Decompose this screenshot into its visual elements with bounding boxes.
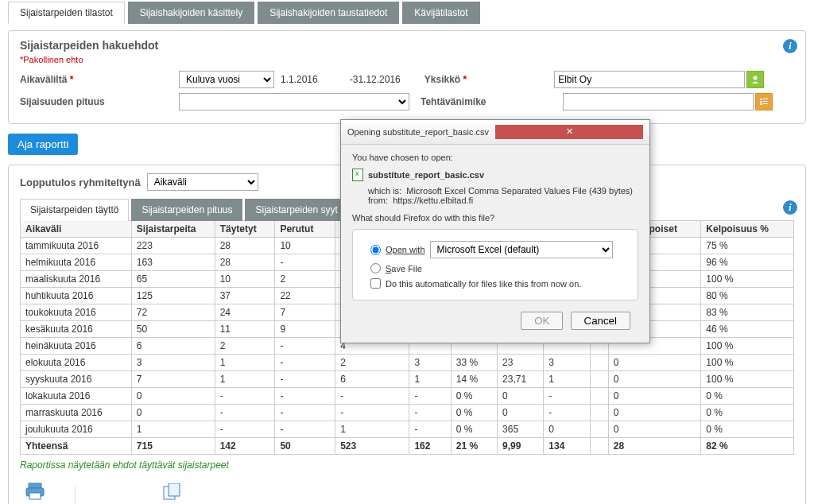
svg-rect-1	[760, 99, 762, 100]
tab-handling[interactable]: Sijaishakijoiden käsittely	[128, 2, 254, 24]
svg-rect-5	[760, 103, 762, 105]
search-title: Sijaistarpeiden hakuehdot	[20, 39, 794, 52]
table-header: Täytetyt	[215, 221, 275, 238]
range-select[interactable]: Kuluva vuosi	[179, 71, 274, 88]
open-with-radio[interactable]	[370, 245, 381, 255]
copy-icon	[99, 483, 246, 505]
save-file-radio[interactable]	[370, 263, 381, 273]
filename: substitute_report_basic.csv	[368, 170, 484, 180]
table-row: lokakuuta 20160----0 %0-00 %	[21, 388, 794, 405]
printer-icon	[20, 482, 51, 504]
info-icon[interactable]: i	[783, 200, 797, 215]
action-bar: Tulosta Kopioi taulukkolaskenta ohjelmaa…	[20, 475, 794, 504]
range-to: -31.12.2016	[350, 74, 401, 85]
print-button[interactable]: Tulosta	[20, 482, 51, 504]
svg-rect-6	[763, 103, 768, 104]
jobtitle-picker-icon[interactable]	[755, 93, 773, 110]
copy-spreadsheet-button[interactable]: Kopioi taulukkolaskenta ohjelmaan	[99, 483, 246, 505]
dialog-titlebar: Opening substitute_report_basic.csv ✕	[341, 120, 649, 145]
save-file-label: Save File	[386, 264, 422, 273]
inner-tab-length[interactable]: Sijaistarpeiden pituus	[131, 199, 242, 221]
auto-checkbox[interactable]	[370, 278, 381, 289]
table-header: Sijaistarpeita	[131, 221, 215, 238]
table-row: marraskuuta 20160----0 %0-00 %	[21, 405, 794, 421]
range-from: 1.1.2016	[281, 74, 318, 85]
group-select[interactable]: Aikaväli	[147, 173, 258, 191]
length-select[interactable]	[179, 93, 409, 110]
svg-rect-9	[29, 493, 41, 499]
inner-tab-reasons[interactable]: Sijaistarpeiden syyt	[245, 199, 347, 221]
close-icon[interactable]: ✕	[495, 125, 643, 139]
which-label: which is:	[368, 186, 401, 196]
top-tabs: Sijaistarpeiden tilastot Sijaishakijoide…	[0, 0, 814, 24]
svg-rect-4	[763, 101, 768, 102]
range-label: Aikaväliltä *	[20, 74, 179, 85]
svg-rect-3	[760, 101, 762, 103]
inner-tab-fill[interactable]: Sijaistarpeiden täyttö	[20, 199, 129, 221]
chosen-text: You have chosen to open:	[352, 153, 638, 162]
divider	[75, 486, 76, 504]
info-icon[interactable]: i	[783, 39, 797, 53]
download-dialog: Opening substitute_report_basic.csv ✕ Yo…	[340, 119, 650, 343]
table-header: Perutut	[275, 221, 335, 238]
table-header: Aikaväli	[21, 221, 132, 238]
table-row: syyskuuta 201671-6114 %23,7110100 %	[21, 371, 794, 388]
unit-input[interactable]	[554, 71, 745, 88]
cancel-button[interactable]: Cancel	[571, 312, 631, 330]
tab-visitors[interactable]: Kävijätilastot	[402, 2, 479, 24]
table-row: elokuuta 201631-2333 %2330100 %	[21, 355, 794, 371]
group-label: Lopputulos ryhmiteltynä	[20, 176, 141, 188]
svg-rect-7	[29, 483, 41, 488]
required-note: *Pakollinen ehto	[20, 55, 794, 64]
svg-rect-2	[763, 99, 768, 99]
unit-label: Yksikkö *	[424, 74, 467, 85]
from-label: from:	[368, 196, 388, 205]
excel-file-icon	[352, 169, 363, 181]
dialog-title-text: Opening substitute_report_basic.csv	[347, 127, 495, 137]
run-report-button[interactable]: Aja raportti	[8, 134, 78, 155]
ok-button[interactable]: OK	[521, 312, 563, 330]
open-with-label: Open with	[386, 245, 425, 254]
what-should: What should Firefox do with this file?	[352, 213, 638, 223]
jobtitle-label: Tehtävänimike	[421, 96, 486, 107]
svg-point-0	[754, 76, 758, 80]
unit-picker-icon[interactable]	[746, 71, 764, 88]
jobtitle-input[interactable]	[563, 93, 754, 110]
tab-background[interactable]: Sijaishakijoiden taustatiedot	[258, 2, 399, 24]
tab-stats[interactable]: Sijaistarpeiden tilastot	[8, 2, 125, 24]
table-header: Kelpoisuus %	[701, 221, 794, 238]
length-label: Sijaisuuden pituus	[20, 96, 179, 107]
table-total-row: Yhteensä7151425052316221 %9,991342882 %	[21, 438, 794, 455]
footer-note: Raportissa näytetään ehdot täyttävät sij…	[20, 455, 794, 475]
table-row: joulukuuta 20161--1-0 %365000 %	[21, 421, 794, 438]
auto-label: Do this automatically for files like thi…	[386, 279, 581, 289]
from-value: https://kettu.elbitad.fi	[393, 196, 473, 205]
open-with-select[interactable]: Microsoft Excel (default)	[430, 241, 613, 258]
search-panel: i Sijaistarpeiden hakuehdot *Pakollinen …	[8, 30, 806, 124]
which-value: Microsoft Excel Comma Separated Values F…	[406, 186, 633, 196]
svg-rect-11	[169, 483, 180, 496]
